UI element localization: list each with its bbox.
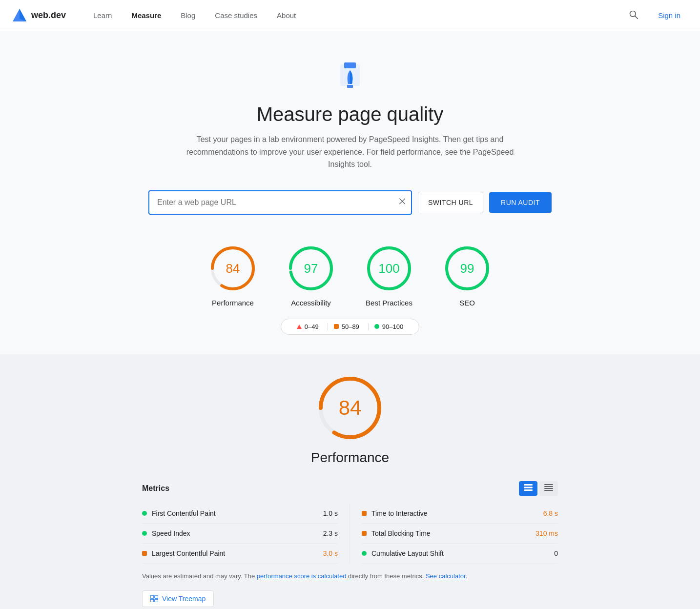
nav-links: Learn Measure Blog Case studies About [85,7,625,23]
metric-name: Total Blocking Time [371,529,531,537]
logo-icon [12,8,27,23]
metric-indicator [142,551,147,556]
metrics-title: Metrics [142,484,169,493]
score-item-accessibility: 97 Accessibility [287,244,335,307]
metric-indicator [362,511,367,516]
metric-row: Cumulative Layout Shift 0 [362,544,558,564]
metric-name: Cumulative Layout Shift [371,549,549,557]
metrics-left-col: First Contentful Paint 1.0 s Speed Index… [142,504,350,564]
svg-rect-5 [344,62,356,68]
lighthouse-icon [334,61,366,92]
metric-row: Total Blocking Time 310 ms [362,524,558,544]
metrics-right-col: Time to Interactive 6.8 s Total Blocking… [350,504,558,564]
svg-rect-26 [150,595,154,598]
svg-rect-24 [544,488,553,489]
metrics-section: Metrics [130,477,570,608]
metric-name: First Contentful Paint [152,509,318,517]
metric-value: 3.0 s [323,549,338,557]
metrics-header: Metrics [142,477,558,496]
legend-dot-icon [374,324,379,329]
score-circle-2: 100 [365,244,413,293]
svg-rect-19 [524,484,533,486]
metrics-note-mid: directly from these metrics. [346,572,426,580]
page-title: Measure page quality [12,103,688,125]
url-input-wrapper [148,190,412,215]
run-audit-button[interactable]: RUN AUDIT [489,192,552,213]
legend-triangle-icon [297,325,302,329]
nav-right: Sign in [625,6,688,25]
svg-rect-28 [150,599,154,602]
compact-view-icon [544,484,553,491]
svg-rect-6 [347,85,353,88]
perf-score-circle: 84 Performance [12,374,688,466]
nav-measure[interactable]: Measure [124,7,169,23]
metric-value: 310 ms [535,529,558,537]
search-button[interactable] [625,6,642,25]
see-calculator-link[interactable]: See calculator. [426,572,467,580]
metric-row: First Contentful Paint 1.0 s [142,504,338,524]
performance-big-circle: 84 [316,374,384,442]
switch-url-button[interactable]: SWITCH URL [418,192,483,213]
score-item-best-practices: 100 Best Practices [365,244,413,307]
metrics-view-toggle [519,481,558,496]
svg-rect-23 [544,486,553,487]
legend-box: 0–49 50–89 90–100 [281,319,419,335]
svg-rect-20 [524,487,533,488]
view-treemap-label: View Treemap [162,595,206,603]
metrics-note: Values are estimated and may vary. The p… [142,571,558,581]
url-input[interactable] [148,190,412,215]
expanded-view-icon [524,484,533,491]
metric-value: 0 [554,549,558,557]
score-circle-0: 84 [208,244,257,293]
view-treemap-button[interactable]: View Treemap [142,590,214,607]
svg-rect-25 [544,490,553,491]
legend-square-icon [334,324,339,329]
score-label-0: Performance [212,299,254,307]
legend-fail-range: 0–49 [305,323,319,330]
clear-icon [398,197,406,205]
toggle-compact-button[interactable] [539,481,558,496]
metrics-grid: First Contentful Paint 1.0 s Speed Index… [142,504,558,564]
url-input-row: SWITCH URL RUN AUDIT [12,190,688,215]
score-circle-1: 97 [287,244,335,293]
score-legend: 0–49 50–89 90–100 [12,319,688,335]
performance-section: 84 Performance Metrics [0,354,700,609]
svg-rect-27 [155,595,158,598]
svg-rect-22 [544,484,553,485]
hero-section: Measure page quality Test your pages in … [0,31,700,354]
metric-row: Largest Contentful Paint 3.0 s [142,544,338,564]
nav-blog[interactable]: Blog [173,7,203,23]
scores-row: 84 Performance 97 Accessibility 100 Best… [12,244,688,307]
legend-pass-range: 90–100 [382,323,403,330]
sign-in-button[interactable]: Sign in [650,7,688,23]
url-clear-button[interactable] [398,197,406,207]
toggle-expanded-button[interactable] [519,481,537,496]
logo[interactable]: web.dev [12,8,66,23]
metric-row: Time to Interactive 6.8 s [362,504,558,524]
treemap-icon [150,595,158,602]
perf-score-link[interactable]: performance score is calculated [257,572,347,580]
nav-about[interactable]: About [269,7,304,23]
legend-pass: 90–100 [368,323,409,330]
logo-text: web.dev [31,10,66,20]
legend-average: 50–89 [328,323,365,330]
nav-case-studies[interactable]: Case studies [207,7,265,23]
metric-indicator [142,511,147,516]
metric-name: Speed Index [152,529,318,537]
nav-learn[interactable]: Learn [85,7,120,23]
score-label-1: Accessibility [291,299,331,307]
svg-rect-21 [524,489,533,491]
hero-subtitle: Test your pages in a lab environment pow… [184,133,516,171]
score-label-2: Best Practices [366,299,412,307]
metric-name: Largest Contentful Paint [152,549,318,557]
metrics-note-text: Values are estimated and may vary. The [142,572,257,580]
legend-average-range: 50–89 [342,323,359,330]
score-item-performance: 84 Performance [208,244,257,307]
navigation: web.dev Learn Measure Blog Case studies … [0,0,700,31]
metric-value: 2.3 s [323,529,338,537]
svg-rect-29 [155,599,158,602]
metric-name: Time to Interactive [371,509,538,517]
metric-indicator [142,531,147,536]
svg-line-3 [635,16,638,19]
metric-value: 6.8 s [543,509,558,517]
